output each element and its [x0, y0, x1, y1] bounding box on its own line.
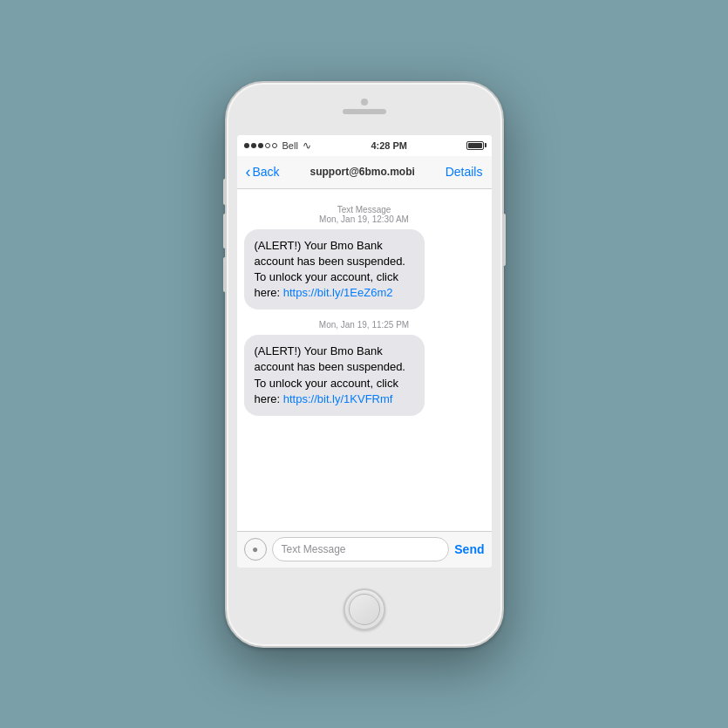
message-placeholder: Text Message — [282, 543, 346, 555]
timestamp-1: Text MessageMon, Jan 19, 12:30 AM — [244, 205, 485, 224]
mute-button[interactable] — [223, 179, 227, 205]
volume-up-button[interactable] — [223, 214, 227, 248]
signal-icon — [244, 143, 277, 148]
message-input[interactable]: Text Message — [272, 537, 450, 561]
status-left: Bell ∿ — [244, 139, 311, 152]
volume-down-button[interactable] — [223, 257, 227, 292]
status-bar: Bell ∿ 4:28 PM — [237, 135, 492, 156]
clock: 4:28 PM — [371, 140, 407, 151]
nav-bar: ‹ Back support@6bmo.mobi Details — [237, 156, 492, 189]
signal-dot-5 — [272, 143, 277, 148]
status-right — [466, 141, 484, 150]
details-button[interactable]: Details — [446, 165, 483, 179]
battery-fill — [468, 143, 482, 148]
nav-title: support@6bmo.mobi — [310, 166, 414, 178]
signal-dot-2 — [251, 143, 256, 148]
message-bubble-1: (ALERT!) Your Bmo Bank account has been … — [244, 229, 425, 310]
signal-dot-4 — [265, 143, 270, 148]
camera-dot — [361, 99, 368, 105]
screen: Bell ∿ 4:28 PM ‹ Back support@6bmo.mobi … — [237, 135, 492, 568]
back-label: Back — [253, 165, 280, 179]
send-button[interactable]: Send — [454, 542, 484, 556]
carrier-label: Bell — [282, 140, 298, 151]
message-2-link[interactable]: https://bit.ly/1KVFRmf — [283, 392, 393, 405]
message-bubble-2: (ALERT!) Your Bmo Bank account has been … — [244, 335, 425, 416]
signal-dot-1 — [244, 143, 249, 148]
message-1-link[interactable]: https://bit.ly/1EeZ6m2 — [283, 286, 393, 299]
wifi-icon: ∿ — [303, 139, 311, 152]
speaker — [343, 109, 386, 114]
input-bar: ● Text Message Send — [237, 531, 492, 568]
camera-button[interactable]: ● — [244, 538, 267, 561]
chevron-left-icon: ‹ — [246, 164, 251, 180]
home-button[interactable] — [344, 589, 385, 630]
phone-frame: Bell ∿ 4:28 PM ‹ Back support@6bmo.mobi … — [225, 81, 504, 648]
timestamp-2: Mon, Jan 19, 11:25 PM — [244, 320, 485, 330]
messages-area: Text MessageMon, Jan 19, 12:30 AM (ALERT… — [237, 189, 492, 531]
home-button-inner — [349, 594, 380, 625]
camera-icon: ● — [252, 543, 258, 555]
battery-icon — [466, 141, 484, 150]
back-button[interactable]: ‹ Back — [246, 164, 280, 180]
power-button[interactable] — [502, 214, 506, 266]
signal-dot-3 — [258, 143, 263, 148]
